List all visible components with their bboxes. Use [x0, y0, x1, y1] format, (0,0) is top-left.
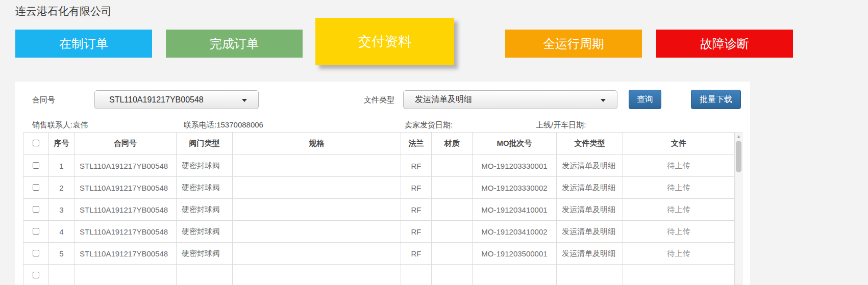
delivery-documents-table: 序号 合同号 阀门类型 规格 法兰 材质 MO批次号 文件类型 文件 1 STL…: [23, 132, 735, 285]
file-status: 待上传: [623, 243, 735, 265]
tab-bar: 在制订单 完成订单 交付资料 全运行周期 故障诊断: [15, 18, 868, 65]
file-type-label: 文件类型: [364, 95, 394, 105]
content-panel: 合同号 STL110A191217YB00548 文件类型 发运清单及明细 查询…: [15, 82, 750, 285]
file-status: 待上传: [623, 155, 735, 177]
tab-delivery-documents[interactable]: 交付资料: [315, 18, 454, 65]
select-all-checkbox[interactable]: [33, 140, 39, 146]
col-material: 材质: [432, 133, 473, 155]
col-contract: 合同号: [75, 133, 177, 155]
row-checkbox[interactable]: [33, 250, 39, 256]
row-checkbox[interactable]: [33, 228, 39, 235]
row-checkbox[interactable]: [33, 184, 39, 191]
page-title: 连云港石化有限公司: [0, 0, 868, 18]
file-status: 待上传: [623, 221, 735, 243]
table-header-row: 序号 合同号 阀门类型 规格 法兰 材质 MO批次号 文件类型 文件: [23, 133, 735, 155]
query-button[interactable]: 查询: [629, 90, 661, 109]
file-type-value: 发运清单及明细: [404, 94, 472, 105]
scrollbar-up-arrow-icon[interactable]: ▲: [735, 134, 742, 139]
table-row: 2 STL110A191217YB00548 硬密封球阀 RF MO-19120…: [23, 177, 735, 199]
col-seq: 序号: [49, 133, 75, 155]
contract-number-label: 合同号: [32, 95, 55, 105]
file-status: 待上传: [623, 177, 735, 199]
table-scrollbar[interactable]: ▲: [735, 132, 742, 285]
tab-inproduction-orders[interactable]: 在制订单: [15, 30, 152, 58]
table-row: 4 STL110A191217YB00548 硬密封球阀 RF MO-19120…: [23, 221, 735, 243]
batch-download-button[interactable]: 批量下载: [691, 90, 741, 109]
col-flange: 法兰: [401, 133, 432, 155]
chevron-down-icon: [242, 99, 247, 102]
tab-completed-orders[interactable]: 完成订单: [166, 30, 303, 58]
chevron-down-icon: [601, 99, 606, 102]
file-status: 待上传: [623, 199, 735, 221]
contract-number-value: STL110A191217YB00548: [95, 95, 204, 105]
select-all-cell: [23, 133, 49, 155]
seller-ship-date-text: 卖家发货日期:: [405, 120, 453, 130]
col-mo-batch: MO批次号: [473, 133, 557, 155]
row-checkbox[interactable]: [33, 162, 39, 169]
col-spec: 规格: [233, 133, 401, 155]
col-file: 文件: [623, 133, 735, 155]
row-checkbox[interactable]: [33, 272, 39, 278]
file-type-select[interactable]: 发运清单及明细: [403, 90, 617, 109]
scrollbar-thumb[interactable]: [736, 141, 741, 172]
table-row: 5 STL110A191217YB00548 硬密封球阀 RF MO-19120…: [23, 243, 735, 265]
orders-table-wrap: 序号 合同号 阀门类型 规格 法兰 材质 MO批次号 文件类型 文件 1 STL…: [23, 132, 742, 285]
table-row: 1 STL110A191217YB00548 硬密封球阀 RF MO-19120…: [23, 155, 735, 177]
col-valve-type: 阀门类型: [177, 133, 233, 155]
contact-phone-text: 联系电话:15370088006: [184, 120, 263, 130]
table-row-partial: [23, 265, 735, 285]
sales-contact-text: 销售联系人:袁伟: [32, 120, 88, 130]
tab-full-run-cycle[interactable]: 全运行周期: [505, 30, 642, 58]
table-row: 3 STL110A191217YB00548 硬密封球阀 RF MO-19120…: [23, 199, 735, 221]
tab-fault-diagnosis[interactable]: 故障诊断: [656, 30, 793, 58]
contract-number-select[interactable]: STL110A191217YB00548: [94, 90, 259, 109]
online-start-date-text: 上线/开车日期:: [536, 120, 586, 130]
row-checkbox[interactable]: [33, 206, 39, 213]
col-file-type: 文件类型: [557, 133, 623, 155]
